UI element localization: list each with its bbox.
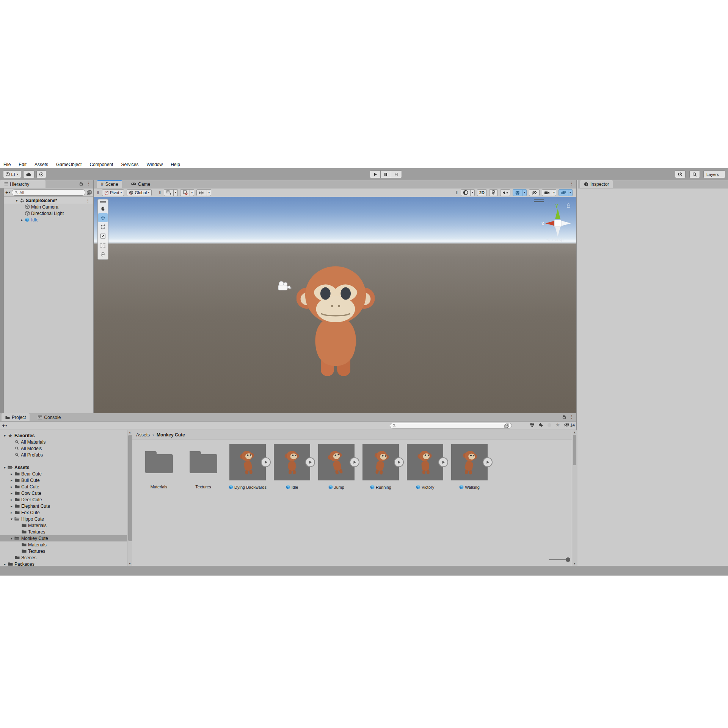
hand-tool[interactable] [98, 204, 108, 213]
favorites-row[interactable]: ▾★Favorites [0, 432, 127, 439]
thumbnail-zoom-slider[interactable] [549, 557, 570, 562]
asset-model-jump[interactable]: Jump [317, 444, 355, 490]
assets-root-row[interactable]: ▾Assets [0, 464, 127, 471]
asset-model-idle[interactable]: Idle [273, 444, 311, 490]
shading-sphere-dropdown[interactable]: ▾ [471, 189, 475, 196]
settings-button[interactable] [36, 170, 46, 178]
drag-handle[interactable] [98, 200, 108, 204]
content-scrollbar[interactable]: ▲ ▼ [572, 430, 577, 566]
account-button[interactable]: LT ▾ [3, 170, 21, 178]
tree-folder-monkey-cute[interactable]: ▾Monkey Cute [0, 535, 127, 541]
hierarchy-item-idle[interactable]: ▸Idle [4, 217, 93, 223]
rotate-tool[interactable] [98, 222, 108, 231]
asset-model-dying-backwards[interactable]: Dying Backwards [229, 444, 267, 490]
camera-gizmo[interactable] [277, 281, 292, 292]
tab-console[interactable]: Console [34, 413, 64, 421]
breadcrumb-root[interactable]: Assets [136, 432, 150, 438]
tab-inspector[interactable]: Inspector [580, 180, 613, 188]
hierarchy-item-main-camera[interactable]: Main Camera [4, 204, 93, 210]
tree-folder-materials[interactable]: Materials [0, 522, 127, 529]
global-dropdown[interactable]: Global ▾ [127, 189, 152, 196]
menu-item-file[interactable]: File [3, 162, 11, 167]
grid-snap-dropdown[interactable]: ▾ [190, 189, 194, 196]
global-search-button[interactable] [689, 170, 700, 178]
scene-camera-button[interactable] [542, 189, 552, 196]
grid-visibility-button[interactable] [164, 189, 174, 196]
project-search-input[interactable] [390, 423, 512, 428]
favorites-item-all-prefabs[interactable]: All Prefabs [0, 452, 127, 458]
tree-folder-cat-cute[interactable]: ▸Cat Cute [0, 483, 127, 490]
transform-tool[interactable] [98, 249, 108, 259]
preview-play-button[interactable] [305, 457, 315, 467]
foldout-collapsed-icon[interactable]: ▸ [9, 479, 14, 482]
foldout-expanded-icon[interactable]: ▾ [9, 517, 14, 521]
foldout-expanded-icon[interactable]: ▾ [9, 537, 14, 540]
hidden-count-badge[interactable]: 14 [564, 423, 575, 427]
preview-play-button[interactable] [350, 457, 359, 467]
scene-camera-dropdown[interactable]: ▾ [552, 189, 556, 196]
grid-visibility-dropdown[interactable]: ▾ [174, 189, 178, 196]
monkey-character[interactable] [297, 262, 375, 379]
tree-folder-materials[interactable]: Materials [0, 541, 127, 548]
asset-model-walking[interactable]: Walking [450, 444, 488, 490]
slider-knob[interactable] [566, 557, 570, 562]
breadcrumb-current[interactable]: Monkey Cute [157, 432, 185, 438]
scene-visibility-button[interactable] [529, 189, 540, 196]
play-button[interactable] [370, 170, 381, 178]
menu-item-edit[interactable]: Edit [19, 162, 27, 167]
gizmos-orbit-button[interactable] [559, 189, 568, 196]
tree-folder-hippo-cute[interactable]: ▾Hippo Cute [0, 516, 127, 522]
tree-folder-elephant-cute[interactable]: ▸Elephant Cute [0, 503, 127, 509]
tab-scene[interactable]: # Scene [97, 180, 122, 188]
asset-model-victory[interactable]: Victory [406, 444, 444, 490]
preview-play-button[interactable] [483, 457, 493, 467]
hierarchy-scene-row[interactable]: ▾SampleScene*⋮ [4, 197, 93, 204]
tree-folder-textures[interactable]: Textures [0, 548, 127, 554]
snap-increment-dropdown[interactable]: ▾ [207, 189, 211, 196]
rect-tool[interactable] [98, 240, 108, 249]
layers-dropdown[interactable]: Layers [703, 170, 725, 178]
foldout-collapsed-icon[interactable]: ▸ [9, 511, 14, 515]
search-by-label-icon[interactable] [538, 423, 543, 427]
asset-folder-materials[interactable]: Materials [140, 444, 178, 490]
add-gameobject-button[interactable]: +▾ [5, 190, 10, 196]
scroll-down-icon[interactable]: ▼ [572, 562, 577, 565]
persp-toggle[interactable]: ≺ Persp [546, 237, 563, 242]
tab-hierarchy[interactable]: Hierarchy [0, 180, 46, 188]
mode-2d-button[interactable]: 2D [477, 189, 487, 196]
preview-play-button[interactable] [438, 457, 448, 467]
kebab-menu-icon[interactable]: ⋮ [86, 198, 90, 203]
kebab-menu-icon[interactable]: ⋮ [86, 181, 91, 186]
favorites-item-all-materials[interactable]: All Materials [0, 439, 127, 445]
foldout-collapsed-icon[interactable]: ▸ [9, 498, 14, 502]
foldout-collapsed-icon[interactable]: ▸ [9, 485, 14, 489]
foldout-expanded-icon[interactable]: ▾ [14, 199, 19, 202]
tree-folder-cow-cute[interactable]: ▸Cow Cute [0, 490, 127, 496]
snap-increment-button[interactable] [196, 189, 207, 196]
favorites-star-icon[interactable]: ★ [555, 422, 560, 428]
undo-history-button[interactable] [675, 170, 686, 178]
hierarchy-item-directional-light[interactable]: Directional Light [4, 210, 93, 217]
kebab-menu-icon[interactable]: ⋮ [570, 181, 574, 186]
preview-play-button[interactable] [261, 457, 271, 467]
pause-button[interactable] [380, 170, 391, 178]
tree-folder-bull-cute[interactable]: ▸Bull Cute [0, 477, 127, 483]
scroll-up-icon[interactable]: ▲ [572, 431, 577, 434]
asset-folder-textures[interactable]: Textures [184, 444, 222, 490]
step-button[interactable] [391, 170, 402, 178]
search-by-type-icon[interactable] [530, 423, 535, 427]
lock-icon[interactable] [79, 182, 83, 186]
orientation-gizmo[interactable]: y x [537, 202, 576, 240]
foldout-collapsed-icon[interactable]: ▸ [9, 504, 14, 508]
tab-game[interactable]: Game [127, 180, 154, 188]
menu-item-services[interactable]: Services [121, 162, 138, 167]
menu-item-component[interactable]: Component [89, 162, 113, 167]
favorites-item-all-models[interactable]: All Models [0, 445, 127, 452]
pivot-dropdown[interactable]: Pivot ▾ [102, 189, 124, 196]
foldout-expanded-icon[interactable]: ▾ [2, 466, 7, 469]
search-picker-icon[interactable] [504, 424, 509, 428]
search-picker-icon[interactable] [87, 190, 92, 195]
tree-scrollbar[interactable]: ▲ ▼ [127, 430, 132, 566]
scale-tool[interactable] [98, 231, 108, 240]
scene-viewport[interactable]: y x ≺ Persp [94, 197, 576, 413]
